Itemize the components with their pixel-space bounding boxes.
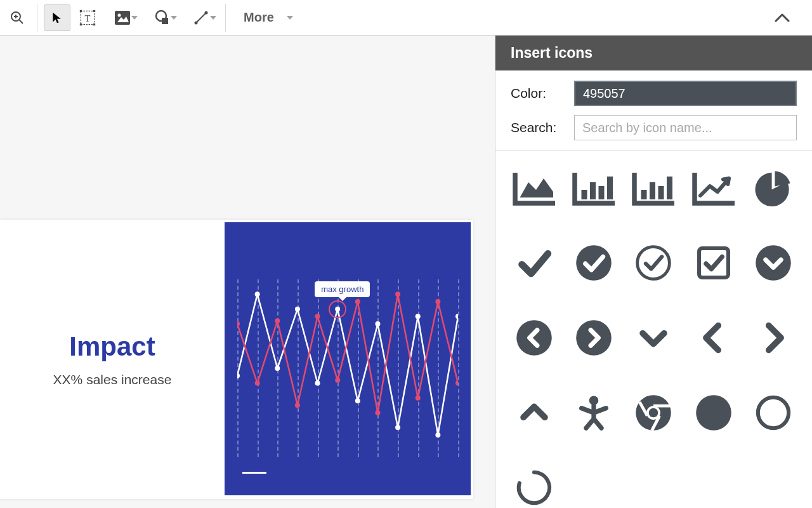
svg-point-28 <box>455 314 458 319</box>
legend-line <box>242 472 266 474</box>
circle-solid-icon[interactable] <box>690 394 737 432</box>
caret-down-icon <box>171 16 177 20</box>
line-tool[interactable] <box>183 4 219 31</box>
color-input[interactable] <box>574 81 797 106</box>
svg-point-52 <box>756 245 791 281</box>
check-circle-solid-icon[interactable] <box>570 244 617 282</box>
svg-point-58 <box>649 408 658 418</box>
slide-text-area: Impact XX% sales increase <box>0 220 225 499</box>
select-tool[interactable] <box>44 4 70 31</box>
svg-point-26 <box>416 314 421 319</box>
svg-point-19 <box>275 366 280 371</box>
circle-notch-icon[interactable] <box>511 469 558 507</box>
slide-chart[interactable]: max growth <box>225 222 471 495</box>
svg-rect-7 <box>93 10 95 11</box>
caret-down-icon <box>210 16 216 20</box>
separator <box>225 4 226 32</box>
check-circle-outline-icon[interactable] <box>630 244 677 282</box>
chevron-up-icon[interactable] <box>511 394 558 432</box>
svg-point-59 <box>696 395 731 431</box>
svg-rect-46 <box>650 182 655 199</box>
insert-icons-panel: Insert icons Color: Search: <box>495 36 812 508</box>
svg-point-21 <box>315 380 320 385</box>
svg-rect-9 <box>93 23 95 25</box>
svg-point-37 <box>395 291 400 297</box>
svg-point-35 <box>355 299 360 304</box>
svg-point-49 <box>576 245 612 281</box>
area-chart-icon[interactable] <box>511 169 558 207</box>
svg-point-36 <box>375 410 380 415</box>
zoom-button[interactable] <box>4 4 30 31</box>
image-tool[interactable] <box>105 4 140 31</box>
svg-point-60 <box>758 398 789 428</box>
svg-point-29 <box>237 321 240 326</box>
svg-point-32 <box>295 403 300 408</box>
chrome-icon[interactable] <box>630 394 677 432</box>
panel-title: Insert icons <box>495 36 812 70</box>
text-tool[interactable]: T <box>74 4 101 31</box>
child-icon[interactable] <box>570 394 617 432</box>
color-label: Color: <box>511 86 561 101</box>
svg-text:T: T <box>85 13 91 23</box>
svg-rect-43 <box>599 186 605 199</box>
search-input[interactable] <box>574 115 797 140</box>
separator <box>37 4 37 32</box>
svg-point-54 <box>576 320 612 356</box>
svg-point-24 <box>375 321 380 326</box>
chevron-left-icon[interactable] <box>690 319 737 357</box>
chevron-circle-left-icon[interactable] <box>511 319 558 357</box>
svg-point-27 <box>435 432 440 438</box>
svg-point-33 <box>315 314 320 319</box>
check-icon[interactable] <box>511 244 558 282</box>
slide-subtitle[interactable]: XX% sales increase <box>53 372 172 387</box>
svg-point-40 <box>455 380 458 385</box>
svg-rect-48 <box>667 177 672 199</box>
svg-point-11 <box>118 13 121 17</box>
svg-point-31 <box>275 318 280 323</box>
svg-point-23 <box>355 398 360 403</box>
svg-rect-10 <box>115 11 130 25</box>
svg-point-17 <box>237 373 240 378</box>
chevron-circle-right-icon[interactable] <box>570 319 617 357</box>
search-label: Search: <box>511 120 561 135</box>
chevron-right-icon[interactable] <box>750 319 797 357</box>
more-menu[interactable]: More <box>232 4 296 31</box>
chart-focus-ring <box>329 300 346 318</box>
caret-down-icon <box>131 16 138 20</box>
chevron-circle-down-icon[interactable] <box>750 244 797 282</box>
slide[interactable]: Impact XX% sales increase max growth <box>0 220 473 499</box>
circle-outline-icon[interactable] <box>750 394 797 432</box>
svg-point-53 <box>516 320 552 356</box>
svg-point-15 <box>195 21 198 24</box>
svg-point-39 <box>435 299 440 304</box>
check-square-icon[interactable] <box>690 244 737 282</box>
line-chart-icon[interactable] <box>690 169 737 207</box>
toolbar: T More <box>0 0 812 36</box>
bar-chart-icon[interactable] <box>570 169 617 207</box>
svg-point-25 <box>395 425 400 430</box>
svg-line-14 <box>196 13 206 23</box>
svg-point-18 <box>255 291 260 297</box>
svg-point-20 <box>295 307 300 312</box>
svg-rect-13 <box>162 18 168 24</box>
more-label: More <box>244 10 274 25</box>
svg-point-16 <box>205 11 208 14</box>
shape-tool[interactable] <box>144 4 180 31</box>
svg-point-30 <box>255 380 260 385</box>
bar-chart-alt-icon[interactable] <box>630 169 677 207</box>
chart-tooltip: max growth <box>315 281 370 297</box>
slide-title[interactable]: Impact <box>69 331 155 362</box>
chevron-down-icon[interactable] <box>630 319 677 357</box>
svg-rect-47 <box>658 186 664 199</box>
caret-down-icon <box>287 16 293 20</box>
svg-rect-41 <box>582 190 587 199</box>
collapse-toolbar-button[interactable] <box>769 4 796 31</box>
icon-grid <box>495 151 812 508</box>
pie-chart-icon[interactable] <box>750 169 797 207</box>
panel-controls: Color: Search: <box>495 70 812 151</box>
canvas[interactable]: Impact XX% sales increase max growth <box>0 36 495 508</box>
svg-rect-8 <box>80 23 82 25</box>
svg-rect-6 <box>80 10 82 11</box>
svg-line-1 <box>19 20 23 23</box>
svg-rect-44 <box>607 177 613 199</box>
